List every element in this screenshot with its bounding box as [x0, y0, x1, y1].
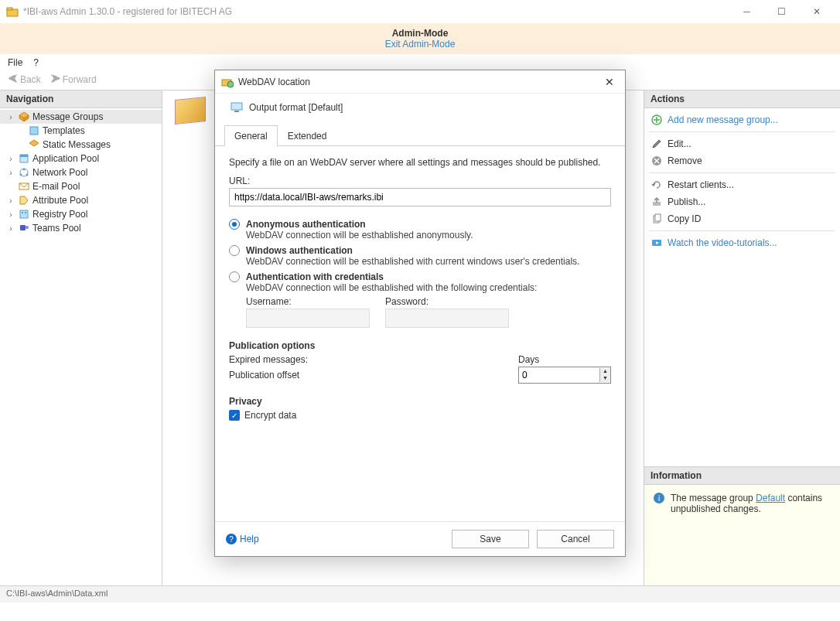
box-icon-large	[175, 97, 206, 125]
action-watch-tutorials[interactable]: Watch the video-tutorials...	[644, 234, 840, 251]
plus-icon	[650, 114, 663, 126]
svg-rect-28	[655, 214, 661, 221]
admin-banner: Admin-Mode Exit Admin-Mode	[0, 23, 840, 54]
pencil-icon	[650, 138, 663, 150]
information-header: Information	[644, 467, 840, 485]
forward-button[interactable]: ⮞Forward	[50, 73, 97, 85]
network-icon	[18, 166, 30, 179]
navigation-header: Navigation	[0, 90, 162, 108]
windows-desc: WebDAV connection will be esthablished w…	[229, 256, 611, 267]
dialog-description: Specify a file on an WebDAV server where…	[229, 157, 611, 168]
password-label: Password:	[385, 296, 509, 307]
svg-point-12	[26, 174, 29, 176]
radio-icon	[229, 271, 240, 282]
publication-header: Publication options	[229, 340, 611, 351]
close-button[interactable]: ✕	[799, 0, 834, 23]
username-label: Username:	[246, 296, 370, 307]
tree-item-templates[interactable]: Templates	[0, 124, 162, 138]
tab-general[interactable]: General	[224, 125, 278, 146]
chevron-right-icon[interactable]: ›	[6, 224, 15, 233]
save-button[interactable]: Save	[452, 530, 529, 548]
chevron-right-icon[interactable]: ›	[6, 196, 15, 205]
chevron-right-icon[interactable]: ›	[6, 210, 15, 219]
dialog-close-button[interactable]: ✕	[600, 76, 619, 88]
tree-item-teams-pool[interactable]: › Teams Pool	[0, 221, 162, 235]
url-input[interactable]	[229, 188, 611, 206]
checkbox-icon: ✓	[229, 410, 240, 421]
tree-label: Attribute Pool	[32, 195, 88, 206]
dialog-tabs: General Extended	[215, 125, 625, 146]
svg-rect-8	[20, 155, 28, 157]
username-input	[246, 309, 370, 328]
action-remove[interactable]: Remove	[644, 152, 840, 169]
email-icon	[18, 180, 30, 193]
tree-item-application-pool[interactable]: › Application Pool	[0, 152, 162, 165]
monitor-icon	[230, 101, 243, 114]
chevron-right-icon[interactable]: ›	[6, 169, 15, 177]
info-default-link[interactable]: Default	[756, 493, 785, 503]
copy-icon	[650, 213, 663, 225]
radio-windows[interactable]: Windows authentication	[229, 245, 611, 256]
encrypt-checkbox[interactable]: ✓ Encrypt data	[229, 410, 611, 421]
chevron-right-icon[interactable]: ›	[6, 155, 15, 163]
minimize-button[interactable]: ─	[729, 0, 764, 23]
dialog-titlebar: WebDAV location ✕	[215, 70, 625, 94]
chevron-right-icon[interactable]: ›	[6, 113, 15, 121]
dialog-subtitle: Output format [Default]	[249, 102, 343, 113]
spin-up-icon[interactable]: ▲	[600, 368, 610, 375]
video-icon	[650, 237, 663, 249]
days-spinner[interactable]: ▲▼	[518, 367, 611, 384]
admin-mode-label: Admin-Mode	[0, 28, 840, 39]
back-button[interactable]: ⮜Back	[8, 73, 41, 85]
status-path: C:\IBI-aws\Admin\Data.xml	[6, 589, 108, 598]
tree-item-static-messages[interactable]: Static Messages	[0, 138, 162, 152]
action-copy-id[interactable]: Copy ID	[644, 210, 840, 227]
radio-credentials[interactable]: Authentication with credentials	[229, 271, 611, 282]
navigation-tree: › Message Groups Templates Static Messag…	[0, 108, 162, 237]
tree-label: Static Messages	[43, 139, 111, 150]
webdav-dialog: WebDAV location ✕ Output format [Default…	[214, 70, 626, 557]
tree-item-email-pool[interactable]: E-mail Pool	[0, 179, 162, 193]
tree-label: E-mail Pool	[32, 181, 80, 192]
menu-help[interactable]: ?	[33, 57, 39, 68]
exit-admin-link[interactable]: Exit Admin-Mode	[0, 39, 840, 49]
help-icon: ?	[226, 534, 237, 544]
svg-rect-15	[20, 210, 28, 218]
url-label: URL:	[229, 176, 611, 186]
menu-file[interactable]: File	[8, 57, 22, 68]
action-restart-clients[interactable]: Restart clients...	[644, 176, 840, 193]
folder-globe-icon	[221, 76, 234, 88]
remove-icon	[650, 155, 663, 167]
svg-rect-34	[234, 111, 239, 112]
tree-label: Message Groups	[32, 111, 103, 122]
spin-down-icon[interactable]: ▼	[600, 375, 610, 382]
tab-extended[interactable]: Extended	[278, 125, 337, 146]
svg-rect-17	[25, 212, 26, 213]
action-edit[interactable]: Edit...	[644, 135, 840, 152]
svg-point-10	[23, 169, 26, 171]
menubar: File ?	[0, 54, 840, 71]
tree-item-attribute-pool[interactable]: › Attribute Pool	[0, 193, 162, 207]
radio-icon	[229, 219, 240, 230]
statusbar: C:\IBI-aws\Admin\Data.xml	[0, 585, 840, 602]
template-icon	[28, 125, 40, 137]
offset-label: Publication offset	[229, 370, 299, 380]
svg-rect-18	[20, 225, 26, 230]
tree-item-network-pool[interactable]: › Network Pool	[0, 165, 162, 179]
restart-icon	[650, 179, 663, 191]
tree-item-registry-pool[interactable]: › Registry Pool	[0, 207, 162, 221]
dialog-title: WebDAV location	[238, 77, 600, 87]
days-label: Days	[518, 354, 611, 365]
anonymous-desc: WebDAV connection will be esthablished a…	[229, 230, 611, 241]
action-add-message-group[interactable]: Add new message group...	[644, 111, 840, 128]
tree-item-message-groups[interactable]: › Message Groups	[0, 110, 162, 124]
cancel-button[interactable]: Cancel	[537, 530, 614, 548]
days-input[interactable]	[519, 367, 599, 383]
radio-anonymous[interactable]: Anonymous authentication	[229, 219, 611, 230]
svg-rect-1	[7, 8, 12, 10]
right-panel: Actions Add new message group... Edit...…	[644, 90, 840, 585]
action-publish[interactable]: Publish...	[644, 193, 840, 210]
maximize-button[interactable]: ☐	[764, 0, 799, 23]
help-link[interactable]: ? Help	[226, 534, 259, 544]
static-icon	[28, 138, 40, 151]
